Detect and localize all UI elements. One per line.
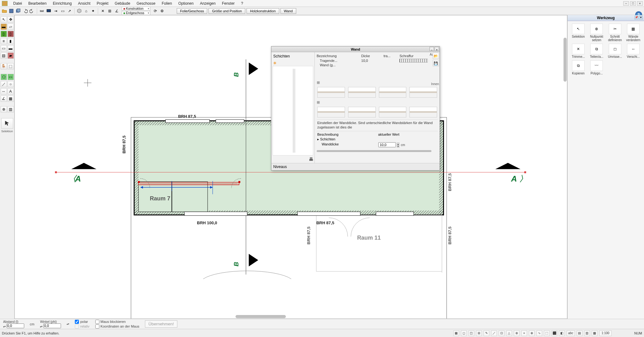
line-tool-icon[interactable]: ／ <box>1 81 7 87</box>
tool-selektion[interactable]: ↖Selektion <box>570 24 586 42</box>
wall-thumb-3[interactable] <box>379 87 407 98</box>
tool-umrisse[interactable]: ◻Umrisse... <box>607 44 623 58</box>
selection-tool[interactable] <box>1 118 13 129</box>
screen-icon[interactable] <box>46 8 52 14</box>
spinner-icon[interactable]: ▴▾ <box>397 143 399 148</box>
status-icon-7[interactable]: ⊡ <box>499 330 504 336</box>
status-icon-12[interactable]: ∿ <box>536 330 542 336</box>
status-icon-8[interactable]: △ <box>506 330 512 336</box>
tool-trimmen[interactable]: ✕Trimme... <box>570 44 586 58</box>
status-icon-18[interactable]: ▩ <box>592 330 597 336</box>
library-icon[interactable]: ▥ <box>8 106 14 112</box>
wanddicke-input[interactable] <box>378 142 396 147</box>
status-icon-13[interactable]: ⬚ <box>544 330 550 336</box>
export-icon[interactable]: ⇥ <box>53 8 59 14</box>
tool-schnitt[interactable]: ✂Schnitt definieren <box>607 24 623 42</box>
abstand-input[interactable] <box>7 323 24 328</box>
menu-ansicht[interactable]: Ansicht <box>75 1 93 6</box>
cursor-icon[interactable]: ↖ <box>1 16 7 23</box>
vertical-scrollbar[interactable] <box>564 38 567 82</box>
menu-gebaude[interactable]: Gebäude <box>112 1 133 6</box>
groesse-button[interactable]: Größe und Position <box>208 8 245 14</box>
window-close-icon[interactable]: × <box>637 1 643 6</box>
status-icon-5[interactable]: ✎ <box>484 330 489 336</box>
uebernehmen-button[interactable]: Übernehmen! <box>145 320 177 328</box>
snap-icon[interactable]: ✕ <box>100 8 106 14</box>
beam-tool-icon[interactable]: ▭ <box>1 45 7 52</box>
scale-display[interactable]: 1:100 <box>599 330 612 336</box>
tool-kopieren[interactable]: ⧉Kopieren <box>570 60 586 75</box>
hatch-tool-icon[interactable]: ▦ <box>8 95 14 102</box>
folie-button[interactable]: Folie/Geschoss <box>177 8 208 14</box>
text-tool-icon[interactable]: A <box>8 88 14 95</box>
status-icon-1[interactable]: ▦ <box>453 330 459 336</box>
open-icon[interactable] <box>1 8 8 14</box>
settings-icon[interactable]: ⚙ <box>159 8 165 14</box>
save-all-icon[interactable] <box>15 8 21 14</box>
render-icon[interactable]: ✦ <box>90 8 96 14</box>
menu-anzeigen[interactable]: Anzeigen <box>197 1 219 6</box>
menu-optionen[interactable]: Optionen <box>175 1 197 6</box>
window-restore-icon[interactable]: □ <box>630 1 636 6</box>
redo-icon[interactable] <box>29 8 35 14</box>
furniture-icon[interactable]: ⬚ <box>8 63 14 69</box>
print-preview-icon[interactable]: 🖶 <box>309 157 313 162</box>
panel-opts-icon[interactable]: ▾ <box>639 16 643 19</box>
menu-fenster[interactable]: Fenster <box>219 1 238 6</box>
menu-geschosse[interactable]: Geschosse <box>133 1 158 6</box>
roof-tool-icon[interactable]: ▱ <box>8 24 14 30</box>
window-tool-icon[interactable]: ▯ <box>1 31 7 37</box>
tool-waende[interactable]: ▦Wände verändern <box>625 24 641 42</box>
wall-thumb-1[interactable] <box>317 87 345 98</box>
menu-bearbeiten[interactable]: Bearbeiten <box>25 1 50 6</box>
status-icon-9[interactable]: ⊕ <box>514 330 519 336</box>
status-icon-4[interactable]: ⊞ <box>476 330 482 336</box>
status-icon-10[interactable]: ⌖ <box>521 330 527 336</box>
wall-thumb-4[interactable] <box>409 87 437 98</box>
column-tool-icon[interactable]: ▮ <box>8 38 14 44</box>
grid-icon[interactable]: ⊞ <box>107 8 113 14</box>
menu-folien[interactable]: Folien <box>158 1 175 6</box>
tool-polygon[interactable]: 〰Polygo... <box>588 60 605 75</box>
undo-icon[interactable] <box>22 8 28 14</box>
status-icon-2[interactable]: ◻ <box>461 330 467 336</box>
wall-thumb-8[interactable] <box>409 107 437 117</box>
tool-nullpunkt[interactable]: ⊕Nullpunkt setzen <box>588 24 605 42</box>
winkel-input[interactable] <box>43 323 61 328</box>
polar-checkbox[interactable]: polar <box>75 320 89 324</box>
koord-checkbox[interactable]: Koordinaten an der Maus <box>95 324 140 329</box>
status-icon-11[interactable]: ⊗ <box>529 330 535 336</box>
dlg-save-icon[interactable]: 💾 <box>433 60 439 66</box>
status-icon-6[interactable]: ／ <box>491 330 497 336</box>
status-icon-17[interactable]: ▥ <box>584 330 590 336</box>
menu-einrichtung[interactable]: Einrichtung <box>50 1 75 6</box>
menu-projekt[interactable]: Projekt <box>93 1 111 6</box>
prop-schichten[interactable]: ▸ Schichten <box>317 137 376 141</box>
save-icon[interactable] <box>8 8 14 14</box>
angle-tool-icon[interactable]: ∠ <box>1 95 7 102</box>
status-icon-abc[interactable]: abc <box>567 330 575 336</box>
wall-thumb-6[interactable] <box>348 107 376 117</box>
floor-combo[interactable]: ■ Erdgeschoss <box>122 11 150 15</box>
menu-datei[interactable]: Datei <box>10 1 25 6</box>
dialog-close-icon[interactable]: × <box>435 47 439 51</box>
wand-button[interactable]: Wand <box>280 8 296 14</box>
layer-row-1[interactable]: Wand (g... <box>317 63 438 67</box>
relativ-checkbox[interactable]: relativ <box>75 324 89 329</box>
circle-tool-icon[interactable]: ○ <box>8 81 14 87</box>
tool-teilen[interactable]: ⧉Teilen/a... <box>588 44 605 58</box>
layer-row-0[interactable]: Tragende... 10,0 <box>317 58 438 63</box>
layer-combo[interactable]: ■ Konstruktion <box>122 7 150 11</box>
print-icon[interactable] <box>39 8 45 14</box>
status-icon-15[interactable]: ◧ <box>559 330 565 336</box>
move-icon[interactable]: ✥ <box>8 16 14 23</box>
perspective-icon[interactable]: ⌂ <box>83 8 89 14</box>
horizontal-scrollbar[interactable] <box>236 315 286 318</box>
dim-tool-icon[interactable]: ↔ <box>1 88 7 95</box>
stair-tool-icon[interactable]: ≡ <box>1 38 7 44</box>
maus-block-checkbox[interactable]: Maus blockieren <box>95 320 140 324</box>
3d-view-icon[interactable] <box>76 8 82 14</box>
panel-pin-icon[interactable]: 📌 <box>635 16 638 19</box>
misc-tool-icon[interactable]: ⊕ <box>1 106 7 112</box>
dialog-titlebar[interactable]: Wand –× <box>271 46 440 52</box>
